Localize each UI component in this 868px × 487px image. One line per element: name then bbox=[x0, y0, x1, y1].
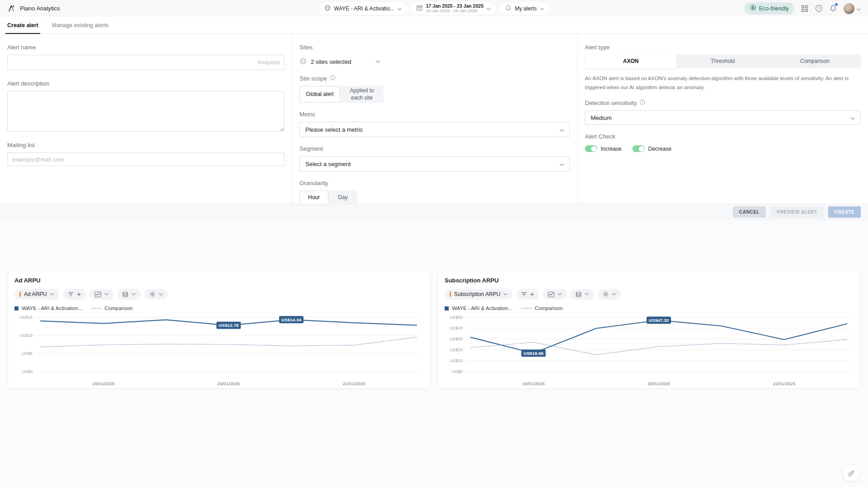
legend-item: Comparison bbox=[91, 306, 133, 311]
alert-description-input[interactable] bbox=[7, 91, 285, 132]
metric-label: Metric bbox=[299, 111, 570, 118]
notification-dot bbox=[835, 3, 838, 6]
increase-toggle[interactable]: Increase bbox=[585, 145, 621, 152]
data-point-label: US$16.96 bbox=[521, 349, 545, 357]
legend-item: WAYE - ARI & Activation... bbox=[445, 306, 512, 311]
topbar: Piano Analytics WAYE - ARI & Activatio..… bbox=[0, 0, 868, 17]
chevron-down-icon bbox=[560, 161, 564, 167]
chevron-down-icon bbox=[558, 293, 562, 296]
data-point-label: US$12.78 bbox=[217, 322, 241, 329]
toggle-switch-on[interactable] bbox=[585, 145, 597, 152]
settings-selector[interactable] bbox=[144, 289, 168, 300]
rocket-button[interactable] bbox=[843, 465, 859, 482]
create-button[interactable]: CREATE bbox=[828, 206, 861, 218]
chart-toolbar: Ad ARPU bbox=[14, 289, 423, 300]
preview-alert-button[interactable]: PREVIEW ALERT bbox=[770, 206, 824, 218]
gear-icon bbox=[602, 291, 609, 297]
sites-selector[interactable]: 2 sites selected bbox=[299, 55, 570, 68]
legend-label: Comparison bbox=[104, 306, 133, 311]
metric-chip-label: Subscription ARPU bbox=[454, 291, 500, 297]
plus-icon bbox=[77, 292, 81, 296]
svg-text:US$40: US$40 bbox=[450, 325, 463, 330]
legend-item: WAYE - ARI & Activation... bbox=[14, 306, 82, 311]
metric-chip[interactable]: Subscription ARPU bbox=[445, 289, 512, 300]
segment-select[interactable]: Select a segment bbox=[299, 156, 570, 172]
alert-check-label: Alert Check bbox=[585, 133, 861, 140]
alert-type-description: An AXON alert is based on AXON's anomaly… bbox=[585, 74, 861, 92]
toggle-switch-on[interactable] bbox=[632, 145, 645, 152]
alert-type-comparison[interactable]: Comparison bbox=[769, 55, 861, 68]
svg-text:US$15: US$15 bbox=[19, 315, 33, 320]
data-source-selector[interactable] bbox=[117, 289, 141, 300]
line-chart: US$50US$40US$30US$20US$10US$018/01/20252… bbox=[445, 312, 854, 390]
alert-type-axon[interactable]: AXON bbox=[585, 55, 677, 68]
svg-text:US$14.34: US$14.34 bbox=[281, 317, 302, 322]
decrease-toggle[interactable]: Decrease bbox=[632, 145, 671, 152]
create-alert-form: Alert name Required Alert description Ma… bbox=[0, 34, 868, 204]
notifications-bell-icon[interactable] bbox=[830, 5, 837, 12]
decrease-toggle-label: Decrease bbox=[648, 146, 671, 152]
user-menu[interactable] bbox=[844, 3, 861, 14]
eco-friendly-badge[interactable]: Eco-friendly bbox=[745, 2, 794, 14]
svg-text:US$10: US$10 bbox=[450, 358, 463, 363]
chart-legend: WAYE - ARI & Activation...Comparison bbox=[445, 306, 854, 311]
chevron-down-icon bbox=[585, 293, 589, 296]
line-chart-icon bbox=[95, 291, 101, 297]
chevron-down-icon bbox=[540, 5, 544, 12]
eco-friendly-label: Eco-friendly bbox=[759, 5, 789, 12]
alert-description-label: Alert description bbox=[7, 80, 285, 87]
info-icon[interactable] bbox=[640, 99, 645, 106]
site-selector[interactable]: WAYE - ARI & Activatio... bbox=[318, 2, 407, 14]
chevron-down-icon bbox=[375, 60, 380, 63]
globe-icon bbox=[299, 57, 307, 66]
alert-name-input[interactable] bbox=[7, 55, 285, 70]
svg-text:20/01/2025: 20/01/2025 bbox=[648, 381, 670, 386]
svg-text:US$50: US$50 bbox=[450, 315, 463, 320]
alert-type-threshold[interactable]: Threshold bbox=[677, 55, 768, 68]
chart-type-selector[interactable] bbox=[90, 289, 114, 300]
site-scope-applied-each-site[interactable]: Applied to each site bbox=[340, 86, 384, 103]
granularity-day[interactable]: Day bbox=[328, 191, 357, 205]
help-icon[interactable]: ? bbox=[815, 5, 823, 12]
tab-manage-existing-alerts[interactable]: Manage existing alerts bbox=[52, 17, 109, 33]
metric-color-bar bbox=[450, 291, 451, 297]
date-range-secondary: 10 Jan 2025 - 16 Jan 2025 bbox=[426, 9, 484, 14]
charts-region: Ad ARPUAd ARPUWAYE - ARI & Activation...… bbox=[0, 220, 868, 487]
legend-item: Comparison bbox=[522, 306, 563, 311]
mailing-list-input[interactable] bbox=[7, 153, 285, 166]
my-alerts-label: My alerts bbox=[515, 5, 537, 12]
legend-label: Comparison bbox=[535, 306, 563, 311]
filter-button[interactable] bbox=[63, 289, 86, 300]
alert-type-segmented: AXON Threshold Comparison bbox=[585, 55, 861, 68]
site-selector-label: WAYE - ARI & Activatio... bbox=[334, 5, 394, 12]
granularity-hour[interactable]: Hour bbox=[299, 191, 328, 205]
legend-label: WAYE - ARI & Activation... bbox=[22, 306, 82, 311]
filter-button[interactable] bbox=[516, 289, 539, 300]
date-range-picker[interactable]: 17 Jan 2025 - 23 Jan 2025 10 Jan 2025 - … bbox=[411, 2, 496, 14]
filter-icon bbox=[68, 292, 74, 296]
detection-sensitivity-select[interactable]: Medium bbox=[585, 110, 861, 125]
chart-title: Subscription ARPU bbox=[445, 277, 854, 284]
chevron-down-icon bbox=[612, 293, 616, 296]
settings-selector[interactable] bbox=[598, 289, 621, 300]
svg-text:US$16.96: US$16.96 bbox=[523, 351, 544, 356]
info-icon[interactable] bbox=[330, 75, 336, 82]
chevron-down-icon bbox=[560, 126, 564, 133]
line-chart-icon bbox=[548, 291, 555, 297]
data-source-selector[interactable] bbox=[570, 289, 594, 300]
database-icon bbox=[575, 291, 582, 297]
svg-text:US$10: US$10 bbox=[19, 333, 33, 338]
my-alerts-menu[interactable]: My alerts bbox=[500, 2, 550, 14]
site-scope-global-alert[interactable]: Global alert bbox=[299, 86, 340, 103]
piano-analytics-logo bbox=[7, 4, 16, 13]
series-swatch bbox=[445, 306, 449, 310]
legend-label: WAYE - ARI & Activation... bbox=[452, 306, 512, 311]
tab-create-alert[interactable]: Create alert bbox=[7, 17, 38, 33]
granularity-segmented: Hour Day bbox=[299, 191, 357, 205]
metric-select[interactable]: Please select a metric bbox=[299, 122, 570, 137]
svg-text:US$5: US$5 bbox=[22, 351, 33, 356]
metric-chip[interactable]: Ad ARPU bbox=[14, 289, 59, 300]
chart-type-selector[interactable] bbox=[543, 289, 567, 300]
cancel-button[interactable]: CANCEL bbox=[733, 206, 766, 218]
apps-grid-icon[interactable] bbox=[801, 5, 808, 12]
